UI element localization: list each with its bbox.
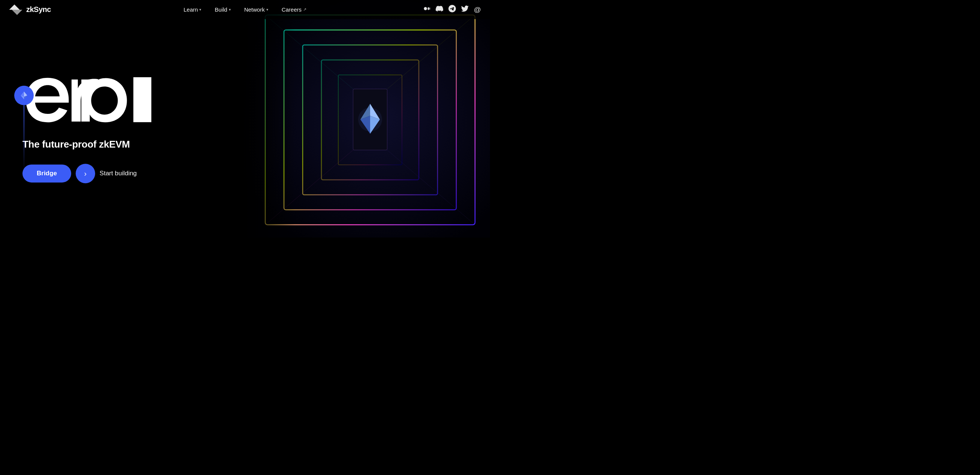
chevron-down-icon: ▾ [266, 8, 268, 12]
nav-item-learn[interactable]: Learn ▾ [178, 4, 207, 15]
nav-item-build[interactable]: Build ▾ [209, 4, 235, 15]
medium-icon[interactable] [423, 5, 430, 14]
hero-fade-overlay [243, 0, 295, 237]
svg-point-4 [429, 8, 430, 10]
social-links: @ [423, 5, 481, 14]
arrow-right-icon: › [84, 169, 87, 178]
nav-menu: Learn ▾ Build ▾ Network ▾ Careers ↗ [178, 4, 312, 15]
svg-point-3 [428, 7, 429, 10]
logo-area: zkSync [9, 5, 51, 15]
nav-item-network[interactable]: Network ▾ [239, 4, 274, 15]
discord-icon[interactable] [436, 5, 443, 14]
telegram-icon[interactable] [449, 5, 456, 14]
tagline: The future-proof zkEVM [22, 138, 151, 150]
hero-content: The future-proof zkEVM Bridge › Start bu… [22, 66, 151, 183]
external-link-icon: ↗ [303, 7, 306, 12]
eth-line [24, 105, 24, 173]
svg-marker-1 [12, 10, 22, 15]
ethereum-badge [14, 86, 34, 173]
era-display [22, 66, 151, 133]
svg-marker-0 [10, 5, 20, 10]
hero-portal-visual [243, 0, 490, 237]
era-wordmark [22, 66, 131, 133]
navbar: zkSync Learn ▾ Build ▾ Network ▾ Careers… [0, 0, 490, 19]
chevron-down-icon: ▾ [229, 8, 231, 12]
email-icon[interactable]: @ [474, 6, 481, 14]
svg-rect-2 [424, 7, 427, 10]
start-building-arrow-button[interactable]: › [76, 164, 95, 183]
cta-row: Bridge › Start building [22, 164, 151, 183]
svg-point-21 [358, 108, 382, 132]
eth-circle [14, 86, 34, 105]
cursor-block [134, 77, 151, 122]
nav-item-careers[interactable]: Careers ↗ [277, 4, 312, 15]
twitter-icon[interactable] [461, 5, 469, 14]
hero-section: The future-proof zkEVM Bridge › Start bu… [0, 0, 490, 237]
logo-text: zkSync [26, 5, 51, 14]
start-building-button[interactable]: Start building [100, 170, 137, 177]
logo-icon [9, 5, 22, 15]
chevron-down-icon: ▾ [199, 8, 201, 12]
